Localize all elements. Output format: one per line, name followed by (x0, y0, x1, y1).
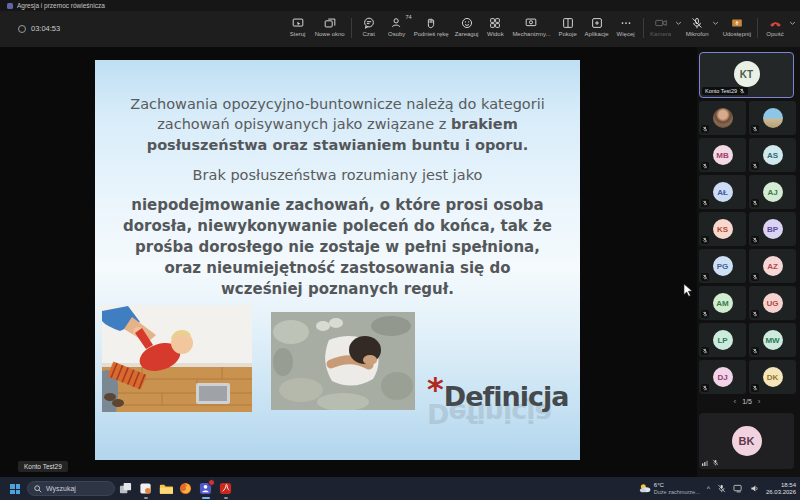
view-button[interactable]: Widok (481, 14, 509, 39)
chat-button[interactable]: Czat (355, 14, 383, 39)
rooms-button[interactable]: Pokoje (554, 14, 582, 39)
participant-tile[interactable] (699, 101, 746, 135)
camera-off-icon (654, 16, 668, 30)
participant-tile[interactable]: KS (699, 212, 746, 246)
accessibility-button[interactable]: Mechanizmy... (509, 14, 553, 39)
leave-chevron-icon[interactable] (789, 16, 796, 30)
avatar: AJ (763, 182, 783, 202)
participant-tile[interactable]: DJ (699, 360, 746, 394)
weather-temp: 6°C (654, 482, 700, 489)
grid-view-icon (488, 16, 502, 30)
control-button[interactable]: Steruj (284, 14, 312, 39)
new-window-button[interactable]: Nowe okno (312, 14, 348, 39)
participant-tile[interactable]: AM (699, 286, 746, 320)
recording-indicator-icon (18, 25, 26, 33)
tray-speaker-icon[interactable] (750, 484, 759, 493)
participant-tile[interactable]: PG (699, 249, 746, 283)
raise-hand-icon (424, 16, 438, 30)
mic-muted-icon (701, 273, 709, 281)
search-placeholder: Wyszukaj (46, 485, 76, 492)
participant-tile[interactable] (749, 101, 796, 135)
leave-button[interactable]: Opuść (761, 14, 789, 39)
mic-muted-icon (751, 347, 759, 355)
taskbar-search[interactable]: Wyszukaj (27, 481, 115, 496)
pager-next-icon[interactable]: › (758, 397, 761, 406)
toolbar-separator (757, 18, 758, 38)
avatar: MW (763, 330, 783, 350)
toolbar-separator (643, 18, 644, 38)
tray-cast-icon[interactable] (733, 484, 743, 493)
participant-tile[interactable]: LP (699, 323, 746, 357)
task-view-icon[interactable] (118, 481, 133, 496)
system-tray: 6°C Duże zachmurze... ^ 18:54 26.03.2026 (639, 477, 796, 500)
tray-overflow-caret[interactable]: ^ (707, 485, 710, 492)
tray-mic-muted-icon[interactable] (717, 484, 726, 493)
mic-muted-icon (751, 162, 759, 170)
mic-muted-icon (701, 125, 709, 133)
avatar: DJ (713, 367, 733, 387)
mic-muted-icon (701, 236, 709, 244)
avatar: AM (713, 293, 733, 313)
pager-label: 1/5 (742, 398, 752, 405)
participant-tile[interactable]: BP (749, 212, 796, 246)
mic-muted-icon (701, 199, 709, 207)
pager-prev-icon[interactable]: ‹ (733, 397, 736, 406)
more-button[interactable]: Więcej (612, 14, 640, 39)
snipping-tool-icon[interactable] (138, 481, 153, 496)
ellipsis-icon (619, 16, 633, 30)
participant-tile[interactable]: AZ (749, 249, 796, 283)
signal-strength-icon (702, 459, 709, 466)
share-button[interactable]: Udostępnij (720, 14, 754, 39)
window-title: Agresja i przemoc rówieśnicza (17, 2, 105, 9)
screen-gear-icon (524, 16, 538, 30)
participant-tile[interactable]: AS (749, 138, 796, 172)
mic-muted-icon (751, 199, 759, 207)
avatar: AS (763, 145, 783, 165)
mic-muted-icon (751, 310, 759, 318)
raise-hand-button[interactable]: Podnieś rękę (411, 14, 452, 39)
toolbar-separator (351, 18, 352, 38)
participant-tile[interactable]: UG (749, 286, 796, 320)
taskbar-app-icons (118, 481, 233, 496)
teams-icon[interactable] (198, 481, 213, 496)
meeting-stage: Zachowania opozycyjno-buntownicze należą… (0, 47, 800, 477)
participant-tile[interactable]: DK (749, 360, 796, 394)
mic-muted-icon (712, 459, 719, 466)
smiley-icon (460, 16, 474, 30)
slide-paragraph-3: niepodejmowanie zachowań, o które prosi … (123, 195, 553, 300)
mouse-cursor (683, 283, 694, 298)
avatar: AŁ (713, 182, 733, 202)
participants-pager: ‹ 1/5 › (697, 397, 797, 406)
avatar (713, 108, 733, 128)
slide-photo-tantrum (102, 305, 252, 412)
camera-chevron-icon[interactable] (675, 16, 682, 30)
microphone-button[interactable]: Mikrofon (683, 14, 712, 39)
mic-muted-icon (701, 310, 709, 318)
mic-muted-icon (739, 88, 745, 94)
people-button[interactable]: 74 Osoby (383, 14, 411, 39)
avatar: KT (734, 61, 760, 87)
toolbar-buttons: Steruj Nowe okno Czat 74 O (284, 14, 797, 39)
file-explorer-icon[interactable] (158, 481, 173, 496)
mic-muted-icon (751, 125, 759, 133)
taskbar-clock[interactable]: 18:54 26.03.2026 (766, 482, 796, 496)
firefox-icon[interactable] (178, 481, 193, 496)
teams-app-icon (7, 3, 13, 9)
participant-tile[interactable]: AŁ (699, 175, 746, 209)
slide-paragraph-2: Brak posłuszeństwa rozumiany jest jako (113, 167, 563, 183)
weather-widget[interactable]: 6°C Duże zachmurze... (639, 482, 700, 495)
mic-muted-icon (701, 162, 709, 170)
avatar: BK (732, 426, 762, 456)
microphone-chevron-icon[interactable] (712, 16, 719, 30)
acrobat-icon[interactable] (218, 481, 233, 496)
apps-button[interactable]: Aplikacje (582, 14, 612, 39)
participant-tile[interactable]: MB (699, 138, 746, 172)
react-button[interactable]: Zareaguj (452, 14, 482, 39)
participant-tile-overflow[interactable]: BK (699, 413, 794, 469)
notification-dot (208, 479, 215, 486)
participant-tile-pinned[interactable]: KT Konto Test29 (699, 52, 794, 98)
camera-button[interactable]: Kamera (647, 14, 675, 39)
participant-tile[interactable]: AJ (749, 175, 796, 209)
participant-tile[interactable]: MW (749, 323, 796, 357)
start-button[interactable] (10, 484, 20, 494)
